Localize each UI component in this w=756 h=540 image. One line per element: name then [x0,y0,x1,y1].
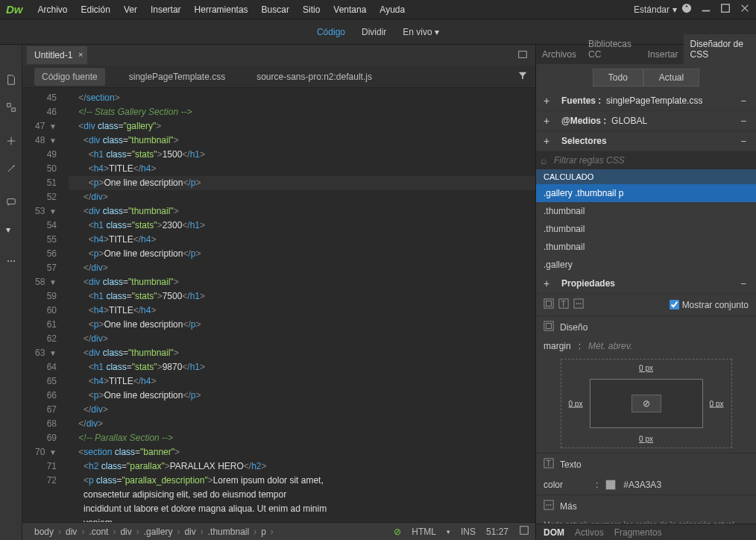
properties-section[interactable]: + – Propiedades [536,274,756,294]
add-property-icon[interactable]: + [544,277,554,289]
remove-icon[interactable]: – [741,136,749,146]
tab-bar: Untitled-1 × [22,45,535,66]
menu-herramientas[interactable]: Herramientas [195,4,248,15]
svg-point-15 [580,303,582,304]
bottom-tab[interactable]: Activos [575,527,604,538]
panel-tab[interactable]: Bibliotecas CC [582,34,642,64]
margin-right-value[interactable]: 0 px [710,400,724,408]
margin-top-value[interactable]: 0 px [639,364,653,372]
bottom-tab[interactable]: DOM [544,527,564,538]
menu-ver[interactable]: Ver [124,4,137,15]
more-category-icon[interactable] [573,298,584,311]
files-manage-icon[interactable] [6,102,16,115]
related-css-tab[interactable]: singlePageTemplate.css [122,68,233,86]
svg-text:T: T [546,459,552,468]
remove-icon[interactable]: – [741,95,749,106]
view-code-button[interactable]: Código [317,27,345,37]
filter-icon[interactable] [517,70,528,83]
color-value[interactable]: #A3A3A3 [623,480,661,490]
current-button[interactable]: Actual [643,69,699,87]
sync-settings-icon[interactable] [681,3,692,16]
related-js-tab[interactable]: source-sans-pro:n2:default.js [249,68,379,86]
status-ok-icon[interactable]: ⊘ [394,527,401,537]
link-values-icon[interactable]: ⊘ [631,395,661,412]
all-button[interactable]: Todo [593,69,643,87]
margin-left-value[interactable]: 0 px [569,400,583,408]
add-media-icon[interactable]: + [544,115,554,127]
selectors-section[interactable]: + – Selectores [536,131,756,151]
chevron-down-icon[interactable]: ▾ [6,225,16,235]
selector-item[interactable]: .thumbnail [536,238,756,256]
text-category-icon[interactable]: T [558,298,569,311]
bottom-tab[interactable]: Fragmentos [614,527,662,538]
breadcrumb-item[interactable]: body [28,525,60,539]
remove-icon[interactable]: – [741,116,749,126]
app-logo: Dw [6,3,23,16]
breadcrumb-item[interactable]: div [60,525,83,539]
panel-tab[interactable]: Diseñador de CSS [684,34,756,64]
panel-tab[interactable]: Archivos [536,45,582,64]
sources-section[interactable]: + – Fuentes : singlePageTemplate.css [536,91,756,111]
menu-ventana[interactable]: Ventana [333,4,366,15]
language-indicator[interactable]: HTML [412,527,436,537]
view-live-button[interactable]: En vivo ▾ [403,27,439,37]
remove-icon[interactable]: – [741,278,749,289]
more-icon[interactable]: ⋯ [7,256,16,266]
svg-point-14 [578,303,579,304]
svg-point-23 [550,504,552,506]
left-tool-rail: ▾ ⋯ [0,45,22,540]
add-source-icon[interactable]: + [544,95,554,107]
selector-item[interactable]: .gallery [536,256,756,274]
insert-mode-indicator[interactable]: INS [461,527,476,537]
breadcrumb-item[interactable]: div [114,525,137,539]
show-set-checkbox[interactable]: Mostrar conjunto [670,300,749,310]
breadcrumb-item[interactable]: div [178,525,201,539]
breadcrumb-item[interactable]: p [255,525,272,539]
close-icon[interactable] [740,3,750,16]
workspace-switcher[interactable]: Estándar ▾ [634,4,677,15]
code-editor[interactable]: 454647 ▼48 ▼4950515253 ▼5455565758 ▼5960… [22,88,535,522]
breadcrumb-item[interactable]: .gallery [138,525,179,539]
selector-item[interactable]: .gallery .thumbnail p [536,184,756,202]
filter-css-input[interactable] [536,151,756,169]
svg-rect-3 [11,108,14,111]
tag-selector-breadcrumb: bodydiv.contdiv.gallerydiv.thumbnailp [28,525,272,539]
add-selector-icon[interactable]: + [544,135,554,147]
selector-item[interactable]: .thumbnail [536,220,756,238]
margin-bottom-value[interactable]: 0 px [639,435,653,443]
expand-icon[interactable] [6,136,16,148]
menu-archivo[interactable]: Archivo [38,4,68,15]
menubar: Dw ArchivoEdiciónVerInsertarHerramientas… [0,0,756,19]
status-bar: bodydiv.contdiv.gallerydiv.thumbnailp ⊘ … [22,522,535,540]
menu-buscar[interactable]: Buscar [262,4,289,15]
properties-label: Propiedades [561,278,615,289]
document-tab[interactable]: Untitled-1 × [27,46,87,64]
menu-ayuda[interactable]: Ayuda [379,4,405,15]
selector-item[interactable]: .thumbnail [536,202,756,220]
layout-category-icon[interactable] [544,298,554,311]
related-files-icon[interactable] [517,49,529,61]
svg-text:T: T [561,299,567,308]
source-code-tab[interactable]: Código fuente [34,68,105,86]
box-model-editor[interactable]: 0 px 0 px 0 px 0 px ⊘ [561,359,732,448]
layout-icon [544,321,554,333]
color-swatch[interactable] [605,480,616,490]
close-icon[interactable]: × [78,50,83,59]
menu-edición[interactable]: Edición [81,4,110,15]
overview-icon[interactable] [519,525,529,538]
menu-insertar[interactable]: Insertar [151,4,181,15]
file-icon[interactable] [6,75,16,87]
comment-icon[interactable] [6,197,16,210]
panel-tab[interactable]: Insertar [642,45,684,64]
css-designer-panel: ArchivosBibliotecas CCInsertarDiseñador … [535,45,756,540]
maximize-icon[interactable] [720,3,731,16]
chevron-down-icon: ▾ [672,4,677,15]
wand-icon[interactable] [6,163,16,176]
view-split-button[interactable]: Dividir [362,27,386,37]
menu-sitio[interactable]: Sitio [303,4,320,15]
media-section[interactable]: + – @Medios : GLOBAL [536,111,756,131]
minimize-icon[interactable] [701,3,711,16]
code-content[interactable]: </section> <!-- Stats Gallery Section --… [61,88,535,522]
breadcrumb-item[interactable]: .thumbnail [202,525,255,539]
breadcrumb-item[interactable]: .cont [83,525,114,539]
